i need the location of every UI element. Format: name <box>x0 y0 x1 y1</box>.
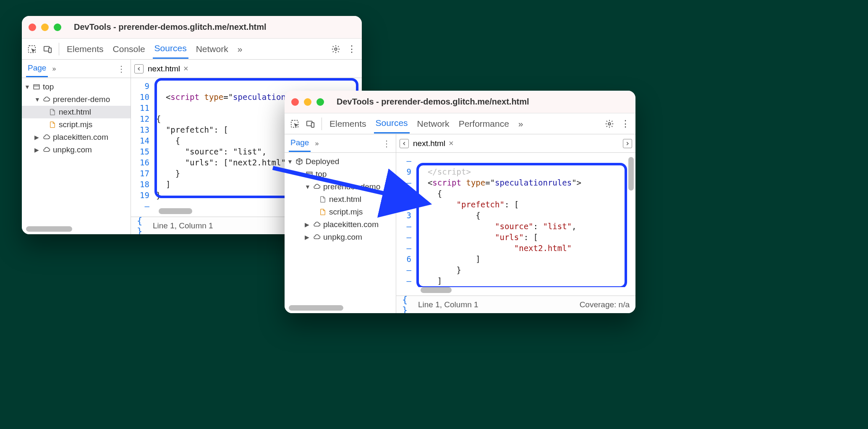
scrollbar-stub[interactable] <box>159 208 192 214</box>
main-toolbar: Elements Sources Network Performance » ⋮ <box>285 113 635 134</box>
file-tree: ▼top ▼prerender-demo next.html script.mj… <box>22 78 131 226</box>
open-tab[interactable]: next.html × <box>413 139 454 148</box>
tab-page[interactable]: Page <box>289 135 311 152</box>
scrollbar-stub[interactable] <box>289 305 343 311</box>
tab-network[interactable]: Network <box>194 40 230 58</box>
tab-more[interactable]: » <box>236 40 244 58</box>
title: DevTools - prerender-demos.glitch.me/nex… <box>337 97 529 107</box>
cloud-icon <box>43 96 50 103</box>
gutter: –9–1–3–––6–––20 <box>396 153 415 287</box>
main-toolbar: Elements Console Sources Network » ⋮ <box>22 39 362 60</box>
svg-rect-4 <box>34 85 39 89</box>
inspect-icon[interactable] <box>290 119 300 129</box>
frame-icon <box>33 83 40 91</box>
scrollbar-stub[interactable] <box>26 226 72 232</box>
svg-rect-8 <box>311 123 314 127</box>
tree-file-js[interactable]: script.mjs <box>285 206 396 218</box>
title: DevTools - prerender-demos.glitch.me/nex… <box>74 22 267 32</box>
tab-page[interactable]: Page <box>26 60 48 77</box>
tree-top[interactable]: ▼top <box>285 168 396 180</box>
cloud-icon <box>43 133 50 141</box>
close-tab-icon[interactable]: × <box>183 64 188 73</box>
titlebar: DevTools - prerender-demos.glitch.me/nex… <box>285 91 635 113</box>
kebab-icon[interactable]: ⋮ <box>620 119 630 129</box>
tab-elements[interactable]: Elements <box>65 40 105 58</box>
coverage: Coverage: n/a <box>580 300 630 309</box>
tree-unpkg[interactable]: ▶unpkg.com <box>22 144 131 156</box>
traffic-lights <box>291 98 324 106</box>
statusbar: { } Line 1, Column 1 Coverage: n/a <box>396 296 635 313</box>
tab-more[interactable]: » <box>315 140 319 147</box>
file-icon <box>319 208 327 216</box>
maximize-icon[interactable] <box>316 98 324 106</box>
braces-icon[interactable]: { } <box>402 300 412 310</box>
svg-point-3 <box>335 48 337 50</box>
kebab-icon[interactable]: ⋮ <box>347 44 357 54</box>
tree-file-html[interactable]: next.html <box>285 193 396 206</box>
cursor-position: Line 1, Column 1 <box>418 300 478 309</box>
tab-more[interactable]: » <box>52 65 56 73</box>
braces-icon[interactable]: { } <box>137 221 147 231</box>
close-icon[interactable] <box>291 98 299 106</box>
scrollbar-stub[interactable] <box>421 287 452 293</box>
cloud-icon <box>313 221 321 228</box>
cube-icon <box>295 158 303 165</box>
titlebar: DevTools - prerender-demos.glitch.me/nex… <box>22 16 362 39</box>
minimize-icon[interactable] <box>304 98 311 106</box>
tab-elements[interactable]: Elements <box>328 115 368 133</box>
svg-rect-2 <box>49 48 51 52</box>
tab-performance[interactable]: Performance <box>457 115 511 133</box>
cloud-icon <box>313 233 321 241</box>
device-toggle-icon[interactable] <box>43 44 53 54</box>
tree-placekitten[interactable]: ▶placekitten.com <box>22 131 131 144</box>
maximize-icon[interactable] <box>54 24 61 31</box>
tree-file-html[interactable]: next.html <box>22 106 131 118</box>
tree-top[interactable]: ▼top <box>22 81 131 93</box>
collapse-icon[interactable] <box>400 139 409 148</box>
tab-sources[interactable]: Sources <box>374 114 410 133</box>
traffic-lights <box>29 24 61 31</box>
gear-icon[interactable] <box>331 44 341 54</box>
panel-toggle-icon[interactable] <box>623 139 632 148</box>
kebab-icon[interactable]: ⋮ <box>116 64 126 74</box>
devtools-window-2: DevTools - prerender-demos.glitch.me/nex… <box>285 91 635 313</box>
code[interactable]: </script> <script type="speculationrules… <box>415 153 635 287</box>
tree-domain[interactable]: ▼prerender-demo <box>285 180 396 193</box>
editor-pane: next.html × –9–1–3–––6–––20 </script> <s… <box>396 134 635 313</box>
kebab-icon[interactable]: ⋮ <box>382 139 392 149</box>
navigator-sidebar: Page » ⋮ ▼top ▼prerender-demo next.html … <box>22 60 131 234</box>
tree-domain[interactable]: ▼prerender-demo <box>22 93 131 106</box>
close-tab-icon[interactable]: × <box>449 139 454 148</box>
cloud-icon <box>313 183 321 191</box>
vertical-scrollbar[interactable] <box>628 157 634 191</box>
tab-sources[interactable]: Sources <box>153 39 188 59</box>
tab-more[interactable]: » <box>517 115 525 133</box>
collapse-icon[interactable] <box>134 64 144 73</box>
file-tree: ▼Deployed ▼top ▼prerender-demo next.html… <box>285 153 396 305</box>
tab-console[interactable]: Console <box>111 40 147 58</box>
tab-network[interactable]: Network <box>416 115 451 133</box>
file-icon <box>319 196 327 203</box>
cloud-icon <box>43 146 50 154</box>
open-tab[interactable]: next.html × <box>148 64 188 73</box>
close-icon[interactable] <box>29 24 36 31</box>
file-icon <box>49 121 56 128</box>
navigator-sidebar: Page » ⋮ ▼Deployed ▼top ▼prerender-demo … <box>285 134 396 313</box>
inspect-icon[interactable] <box>27 44 37 54</box>
svg-point-9 <box>608 123 611 125</box>
gutter: 910111213141516171819–20 <box>131 78 153 208</box>
gear-icon[interactable] <box>604 119 614 129</box>
tree-unpkg[interactable]: ▶unpkg.com <box>285 231 396 243</box>
minimize-icon[interactable] <box>41 24 49 31</box>
svg-rect-10 <box>306 172 312 177</box>
frame-icon <box>306 170 313 178</box>
tree-file-js[interactable]: script.mjs <box>22 118 131 131</box>
device-toggle-icon[interactable] <box>306 119 316 129</box>
file-icon <box>49 108 56 116</box>
tree-deployed[interactable]: ▼Deployed <box>285 155 396 168</box>
tree-placekitten[interactable]: ▶placekitten.com <box>285 218 396 231</box>
editor[interactable]: –9–1–3–––6–––20 </script> <script type="… <box>396 153 635 287</box>
cursor-position: Line 1, Column 1 <box>153 221 213 230</box>
